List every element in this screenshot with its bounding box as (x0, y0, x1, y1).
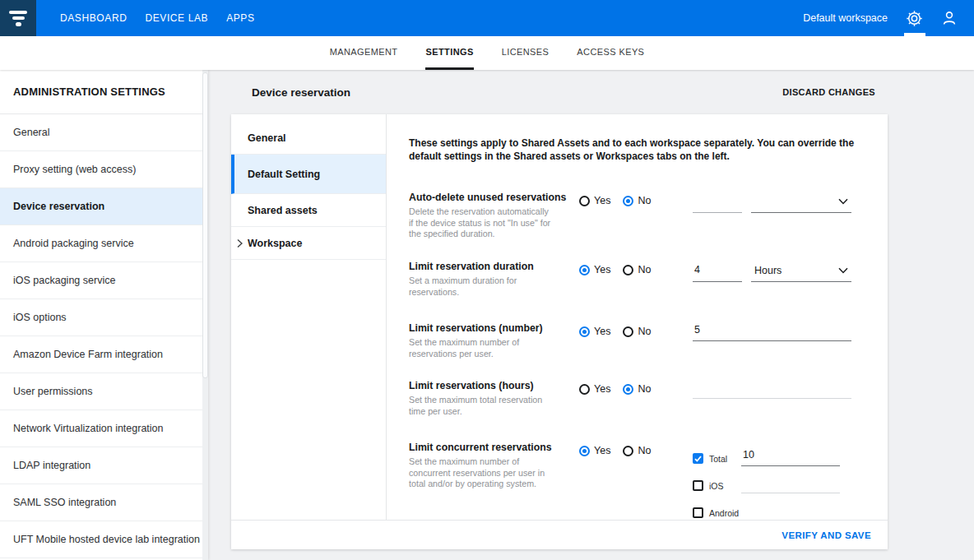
radio-icon (623, 326, 633, 337)
device-reservation-card: General Default Setting Shared assets Wo… (231, 114, 888, 549)
limit-duration-value-input[interactable] (693, 262, 742, 282)
top-navigation: DASHBOARD DEVICE LAB APPS (51, 0, 264, 36)
android-checkbox[interactable] (693, 507, 703, 518)
tab-management[interactable]: MANAGEMENT (330, 36, 398, 70)
setting-row-limit-duration: Limit reservation duration Set a maximum… (409, 261, 888, 322)
subnav-item-workspace[interactable]: Workspace (231, 227, 386, 260)
discard-changes-button[interactable]: DISCARD CHANGES (782, 87, 875, 97)
subnav-item-default-setting[interactable]: Default Setting (231, 155, 386, 194)
limit-concurrent-yes-radio[interactable]: Yes (579, 445, 610, 456)
radio-label: Yes (594, 445, 610, 456)
limit-number-no-radio[interactable]: No (623, 326, 651, 337)
limit-hours-value-input[interactable] (693, 382, 851, 399)
nav-device-lab[interactable]: DEVICE LAB (136, 0, 217, 36)
tab-licenses[interactable]: LICENSES (502, 36, 550, 70)
radio-icon (579, 446, 590, 456)
sidebar-item-amazon-device-farm[interactable]: Amazon Device Farm integration (0, 336, 208, 373)
radio-icon (623, 265, 633, 275)
top-app-bar: DASHBOARD DEVICE LAB APPS Default worksp… (0, 0, 974, 36)
os-limit-row-android: Android (693, 503, 840, 521)
auto-delete-duration-input[interactable] (693, 193, 742, 213)
radio-icon (623, 384, 633, 395)
subnav-item-shared-assets[interactable]: Shared assets (231, 194, 386, 227)
sidebar-scrollbar-track (202, 70, 208, 560)
limit-hours-no-radio[interactable]: No (623, 383, 651, 395)
tab-settings[interactable]: SETTINGS (425, 36, 473, 70)
radio-label: Yes (594, 326, 610, 337)
sidebar-item-android-packaging[interactable]: Android packaging service (0, 225, 208, 262)
radio-label: No (638, 264, 651, 275)
ios-limit-input[interactable] (741, 476, 840, 493)
setting-description: Set the maximum number of reservations p… (409, 337, 555, 359)
android-limit-input[interactable] (741, 503, 840, 521)
sidebar-item-general[interactable]: General (0, 114, 208, 151)
workspace-selector[interactable]: Default workspace (803, 12, 888, 24)
subnav-item-label: Workspace (248, 238, 302, 249)
radio-label: No (638, 383, 651, 395)
radio-label: No (638, 326, 651, 337)
user-account-icon[interactable] (941, 0, 958, 36)
limit-duration-yes-radio[interactable]: Yes (579, 264, 610, 275)
select-value: Hours (754, 265, 782, 277)
os-limit-label: iOS (703, 481, 741, 491)
sidebar-scrollbar-thumb[interactable] (202, 72, 208, 378)
sidebar-item-device-reservation[interactable]: Device reservation (0, 188, 208, 225)
limit-duration-unit-select[interactable]: Hours (751, 262, 851, 282)
sidebar-title: ADMINISTRATION SETTINGS (0, 70, 208, 114)
nav-dashboard[interactable]: DASHBOARD (51, 0, 136, 36)
setting-row-limit-hours: Limit reservations (hours) Set the maxim… (409, 380, 888, 442)
limit-hours-yes-radio[interactable]: Yes (579, 383, 610, 395)
radio-label: Yes (594, 195, 610, 206)
os-limit-row-ios: iOS (693, 476, 840, 493)
setting-title: Limit concurrent reservations (409, 442, 579, 453)
sidebar-item-ios-options[interactable]: iOS options (0, 299, 208, 336)
chevron-down-icon (838, 193, 848, 208)
logo-bar (16, 22, 21, 26)
sidebar-item-network-virtualization[interactable]: Network Virtualization integration (0, 410, 208, 447)
limit-concurrent-no-radio[interactable]: No (623, 445, 651, 456)
total-checkbox[interactable] (693, 453, 703, 464)
setting-title: Limit reservation duration (409, 261, 579, 272)
tab-access-keys[interactable]: ACCESS KEYS (577, 36, 644, 70)
sidebar-item-saml-sso[interactable]: SAML SSO integration (0, 484, 208, 521)
setting-title: Limit reservations (hours) (409, 380, 579, 391)
verify-and-save-button[interactable]: VERIFY AND SAVE (782, 530, 871, 540)
settings-tab-bar: MANAGEMENT SETTINGS LICENSES ACCESS KEYS (0, 36, 974, 70)
sidebar-item-proxy-setting[interactable]: Proxy setting (web access) (0, 151, 208, 188)
subnav-item-general[interactable]: General (231, 122, 386, 155)
limit-number-yes-radio[interactable]: Yes (579, 326, 610, 337)
sidebar-item-ios-packaging[interactable]: iOS packaging service (0, 262, 208, 299)
total-limit-input[interactable] (741, 449, 840, 466)
os-limit-label: Android (703, 508, 741, 518)
ios-checkbox[interactable] (693, 480, 703, 491)
reservation-subnav: General Default Setting Shared assets Wo… (231, 114, 387, 520)
setting-row-auto-delete: Auto-delete unused reservations Delete t… (409, 192, 888, 261)
auto-delete-no-radio[interactable]: No (623, 195, 651, 206)
radio-icon (579, 326, 590, 337)
setting-description: Set the maximum total reservation time p… (409, 395, 555, 417)
sidebar-item-ldap-integration[interactable]: LDAP integration (0, 447, 208, 484)
setting-row-limit-concurrent: Limit concurrent reservations Set the ma… (409, 442, 888, 521)
auto-delete-unit-select[interactable] (751, 193, 851, 213)
page-header: Device reservation DISCARD CHANGES (231, 70, 888, 114)
sidebar-item-user-permissions[interactable]: User permissions (0, 373, 208, 410)
radio-icon (579, 384, 590, 395)
auto-delete-yes-radio[interactable]: Yes (579, 195, 610, 206)
radio-label: No (638, 195, 651, 206)
limit-duration-no-radio[interactable]: No (623, 264, 651, 275)
setting-row-limit-number: Limit reservations (number) Set the maxi… (409, 322, 888, 380)
nav-apps[interactable]: APPS (217, 0, 263, 36)
page-title: Device reservation (252, 86, 350, 99)
os-limit-row-total: Total (693, 449, 840, 466)
chevron-right-icon (237, 238, 243, 248)
default-setting-content: These settings apply to Shared Assets an… (387, 114, 888, 520)
chevron-down-icon (838, 262, 848, 277)
sidebar-item-uft-hosted-lab[interactable]: UFT Mobile hosted device lab integration (0, 521, 208, 558)
setting-description: Set the maximum number of concurrent res… (409, 456, 555, 490)
uft-mobile-logo-icon[interactable] (0, 0, 36, 36)
settings-gear-icon[interactable] (906, 0, 923, 36)
limit-number-value-input[interactable] (693, 324, 851, 341)
card-footer: VERIFY AND SAVE (231, 520, 888, 549)
radio-icon (623, 446, 633, 456)
settings-intro-text: These settings apply to Shared Assets an… (409, 137, 888, 163)
